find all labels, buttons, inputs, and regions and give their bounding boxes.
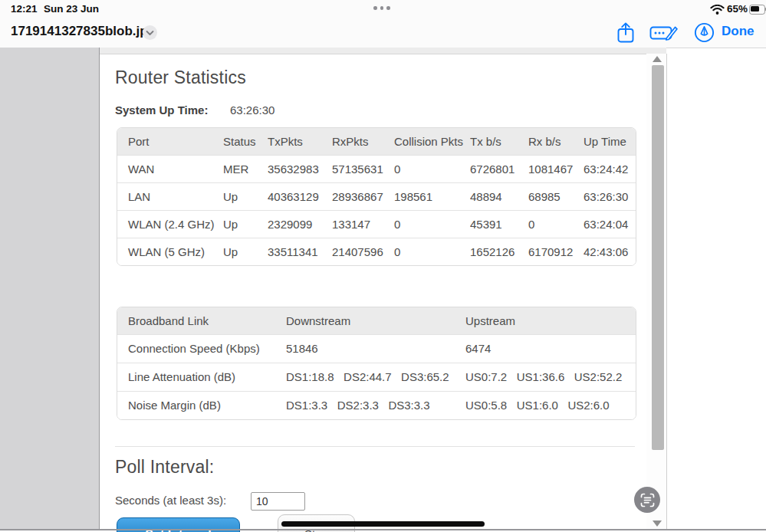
table-cell: 68985 [528, 183, 584, 210]
column-header-cell: Rx b/s [528, 128, 584, 155]
table-header-row: Broadband LinkDownstreamUpstream [117, 307, 636, 334]
table-cell: 21407596 [332, 238, 394, 265]
table-cell: Noise Margin (dB) [117, 392, 286, 419]
column-header-cell: Up Time [584, 128, 636, 155]
table-cell: 63:24:04 [584, 211, 636, 238]
column-header-cell: TxPkts [268, 128, 332, 155]
table-cell: 2329099 [268, 211, 332, 238]
scroll-down-arrow-icon[interactable] [653, 521, 662, 527]
table-cell: 28936867 [332, 183, 394, 210]
uptime-label: System Up Time: [115, 103, 208, 117]
table-cell: Up [223, 183, 268, 210]
poll-seconds-input[interactable] [251, 492, 305, 511]
status-bar: 12:21 Sun 23 Jun 65% [0, 0, 766, 17]
table-cell: MER [223, 156, 268, 182]
table-cell: 198561 [394, 183, 470, 210]
chevron-down-icon[interactable] [143, 25, 157, 40]
nav-bar: 1719141327835blob.jpg Done [0, 17, 766, 48]
column-header-cell: Upstream [465, 307, 636, 334]
table-cell: 6170912 [528, 238, 584, 265]
table-cell: WLAN (2.4 GHz) [117, 211, 223, 238]
table-cell: 0 [528, 211, 584, 238]
poll-interval-heading: Poll Interval: [115, 457, 214, 478]
table-cell: 63:26:30 [584, 183, 636, 210]
column-header-cell: Port [117, 128, 223, 155]
table-cell: 1652126 [470, 238, 528, 265]
table-row: Noise Margin (dB)DS1:3.3 DS2:3.3 DS3:3.3… [117, 391, 636, 419]
markup-text-icon[interactable] [649, 24, 679, 42]
column-header-cell: Tx b/s [470, 128, 528, 155]
table-cell: 48894 [470, 183, 528, 210]
table-cell: US0:5.8 US1:6.0 US2:6.0 [465, 392, 636, 419]
uptime-value: 63:26:30 [230, 103, 275, 117]
status-date: Sun 23 Jun [44, 3, 99, 15]
table-cell: 0 [394, 156, 470, 182]
table-cell: WLAN (5 GHz) [117, 238, 223, 265]
preview-left-margin [0, 48, 100, 529]
table-cell: Line Attenuation (dB) [117, 363, 286, 391]
file-title: 1719141327835blob.jpg [11, 24, 156, 39]
battery-icon [749, 5, 765, 13]
page-title: Router Statistics [115, 67, 246, 88]
ipad-screen: 12:21 Sun 23 Jun 65% 1719141327835blob.j… [0, 0, 766, 532]
table-cell: 33511341 [268, 238, 332, 265]
column-header-cell: Collision Pkts [394, 128, 470, 155]
table-cell: 63:24:42 [584, 156, 636, 182]
scroll-up-arrow-icon[interactable] [653, 56, 662, 62]
table-cell: 35632983 [268, 156, 332, 182]
table-header-row: PortStatusTxPktsRxPktsCollision PktsTx b… [117, 128, 636, 155]
image-bottom-edge [0, 529, 766, 530]
table-row: Connection Speed (Kbps)518466474 [117, 334, 636, 363]
table-cell: 57135631 [332, 156, 394, 182]
table-cell: DS1:18.8 DS2:44.7 DS3:65.2 [286, 363, 465, 391]
column-header-cell: Downstream [286, 307, 465, 334]
page-top-strip [100, 48, 666, 54]
broadband-link-table: Broadband LinkDownstreamUpstreamConnecti… [117, 307, 636, 420]
multitask-dots-icon[interactable] [373, 6, 390, 10]
battery-percent: 65% [727, 3, 748, 15]
table-cell: Connection Speed (Kbps) [117, 335, 286, 363]
column-header-cell: Status [223, 128, 268, 155]
table-cell: 40363129 [268, 183, 332, 210]
table-cell: Up [223, 238, 268, 265]
share-icon[interactable] [616, 21, 636, 44]
table-cell: 133147 [332, 211, 394, 238]
wifi-icon [710, 5, 725, 15]
table-row: WLAN (5 GHz)Up33511341214075960165212661… [117, 238, 636, 265]
table-cell: 42:43:06 [584, 238, 636, 265]
home-indicator[interactable] [281, 521, 485, 527]
table-row: WANMER356329835713563106726801108146763:… [117, 155, 636, 182]
column-header-cell: Broadband Link [117, 307, 286, 334]
table-cell: US0:7.2 US1:36.6 US2:52.2 [465, 363, 636, 391]
table-cell: 45391 [470, 211, 528, 238]
table-cell: 1081467 [528, 156, 584, 182]
live-text-icon [640, 493, 655, 507]
table-cell: WAN [117, 156, 223, 182]
done-button[interactable]: Done [722, 24, 754, 39]
table-cell: 0 [394, 238, 470, 265]
table-cell: Up [223, 211, 268, 238]
scrollbar-thumb[interactable] [652, 65, 664, 450]
table-row: Line Attenuation (dB)DS1:18.8 DS2:44.7 D… [117, 363, 636, 391]
table-cell: 6726801 [470, 156, 528, 182]
table-cell: DS1:3.3 DS2:3.3 DS3:3.3 [286, 392, 465, 419]
live-text-button[interactable] [634, 487, 660, 513]
table-cell: 6474 [465, 335, 636, 363]
table-cell: 0 [394, 211, 470, 238]
table-cell: 51846 [286, 335, 465, 363]
column-header-cell: RxPkts [332, 128, 394, 155]
table-row: LANUp4036312928936867198561488946898563:… [117, 182, 636, 210]
section-divider [115, 446, 635, 447]
table-cell: LAN [117, 183, 223, 210]
port-statistics-table: PortStatusTxPktsRxPktsCollision PktsTx b… [117, 127, 636, 266]
table-row: WLAN (2.4 GHz)Up2329099133147045391063:2… [117, 210, 636, 238]
poll-seconds-label: Seconds (at least 3s): [115, 494, 226, 507]
status-time: 12:21 [11, 3, 38, 15]
pen-circle-icon[interactable] [694, 22, 715, 43]
